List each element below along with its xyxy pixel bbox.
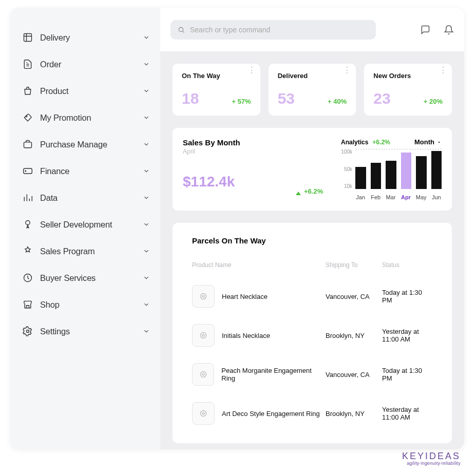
chat-icon[interactable]	[420, 25, 430, 35]
status-text: Today at 1:30 PM	[382, 367, 432, 382]
svg-point-13	[202, 334, 204, 336]
sidebar-item-seller[interactable]: Seller Development	[23, 211, 150, 238]
stat-card: ⋮ New Orders 23 + 20%	[364, 64, 452, 116]
more-icon[interactable]: ⋮	[439, 69, 447, 72]
svg-point-16	[201, 411, 206, 417]
bell-icon[interactable]	[444, 25, 454, 35]
x-tick: Jun	[431, 194, 442, 200]
product-name: Heart Necklace	[222, 293, 268, 300]
analytics-delta: +6.2%	[372, 139, 390, 146]
svg-point-7	[27, 330, 29, 333]
bar-Mar[interactable]	[386, 161, 396, 189]
brand-logo: KEYIDEAS agility·ingenuity·reliability	[402, 451, 461, 466]
shipping-to: Brooklyn, NY	[326, 410, 382, 418]
svg-point-17	[202, 412, 204, 414]
status-text: Yesterday at 11:00 AM	[382, 406, 432, 421]
table-row[interactable]: Art Deco Style Engagement Ring Brooklyn,…	[183, 394, 442, 433]
range-selector[interactable]: Month	[414, 138, 442, 146]
chevron-down-icon	[143, 194, 150, 201]
svg-point-14	[200, 372, 206, 377]
bar-Apr[interactable]	[401, 153, 412, 189]
buyer-icon	[23, 273, 33, 283]
sidebar-item-product[interactable]: Product	[23, 78, 150, 104]
more-icon[interactable]: ⋮	[247, 69, 255, 72]
sidebar-item-label: My Promotion	[40, 113, 143, 123]
chevron-down-icon	[143, 61, 150, 68]
sidebar-item-order[interactable]: Order	[23, 51, 150, 78]
status-text: Today at 1:30 PM	[382, 289, 432, 304]
sales-month: April	[183, 148, 285, 155]
sidebar-item-label: Data	[40, 193, 143, 203]
sales-delta: +6.2%	[296, 138, 331, 200]
stat-card: ⋮ Delivered 53 + 40%	[269, 64, 356, 116]
sales-chart: 100k50k10k JanFebMarAprMayJun	[341, 149, 442, 200]
sidebar-item-promotion[interactable]: My Promotion	[23, 104, 150, 131]
svg-line-9	[183, 31, 184, 32]
parcels-title: Parcels On The Way	[183, 233, 442, 253]
table-row[interactable]: Heart Necklace Vancouver, CA Today at 1:…	[183, 277, 442, 316]
shop-icon	[23, 299, 33, 310]
bar-Jun[interactable]	[431, 151, 442, 189]
search-icon	[178, 26, 185, 33]
sidebar-item-buyer[interactable]: Buyer Services	[23, 264, 150, 291]
search-input[interactable]: Search or type command	[170, 20, 376, 40]
product-thumb	[192, 363, 214, 386]
table-row[interactable]: Initials Necklace Brooklyn, NY Yesterday…	[183, 316, 442, 355]
svg-point-15	[202, 373, 204, 375]
status-text: Yesterday at 11:00 AM	[382, 328, 432, 343]
bar-Jan[interactable]	[355, 167, 366, 189]
chevron-down-icon	[143, 221, 150, 228]
th-product: Product Name	[192, 261, 326, 269]
sidebar-item-data[interactable]: Data	[23, 184, 150, 211]
sales-panel: Sales By Month April $112.4k +6.2% Analy…	[173, 128, 452, 211]
main: Search or type command ⋮ On The Way 18 +…	[160, 8, 464, 449]
sidebar-item-label: Order	[40, 60, 143, 69]
more-icon[interactable]: ⋮	[343, 69, 351, 72]
th-shipping: Shipping To	[326, 261, 382, 269]
x-tick: Mar	[386, 194, 396, 200]
sidebar-item-purchase[interactable]: Purchase Manage	[23, 131, 150, 158]
product-name: Art Deco Style Engagement Ring	[222, 410, 320, 418]
product-thumb	[192, 324, 215, 347]
y-tick: 10k	[339, 183, 352, 189]
bar-Feb[interactable]	[371, 163, 382, 189]
app-window: Delivery Order Product My Promotion Purc…	[10, 8, 464, 449]
sidebar-item-sales[interactable]: Sales Program	[23, 238, 150, 264]
svg-point-4	[25, 171, 26, 172]
stat-title: New Orders	[373, 72, 443, 80]
svg-point-8	[179, 27, 183, 31]
shipping-to: Brooklyn, NY	[326, 332, 382, 339]
sidebar: Delivery Order Product My Promotion Purc…	[10, 8, 160, 449]
data-icon	[23, 193, 33, 203]
y-tick: 50k	[339, 166, 352, 172]
y-tick: 100k	[339, 149, 352, 155]
shipping-to: Vancouver, CA	[326, 293, 382, 300]
product-thumb	[192, 402, 215, 425]
svg-rect-0	[24, 34, 32, 42]
stat-value: 53	[278, 90, 295, 107]
bar-May[interactable]	[416, 156, 427, 189]
delivery-icon	[23, 32, 33, 43]
product-thumb	[192, 285, 215, 308]
sidebar-item-delivery[interactable]: Delivery	[23, 24, 150, 51]
stat-value: 23	[373, 90, 390, 107]
sidebar-item-settings[interactable]: Settings	[23, 318, 150, 345]
parcels-panel: Parcels On The Way Product Name Shipping…	[173, 223, 452, 443]
chevron-down-icon	[143, 301, 150, 308]
sidebar-item-shop[interactable]: Shop	[23, 291, 150, 318]
chevron-down-icon	[143, 114, 150, 121]
sidebar-item-finance[interactable]: Finance	[23, 158, 150, 184]
stat-value: 18	[182, 90, 199, 107]
sidebar-item-label: Buyer Services	[40, 273, 143, 283]
sidebar-item-label: Shop	[40, 300, 143, 310]
stat-title: On The Way	[182, 72, 251, 80]
stat-delta: + 40%	[328, 98, 347, 105]
stat-delta: + 20%	[424, 98, 443, 105]
topbar: Search or type command	[160, 8, 464, 51]
svg-point-1	[26, 116, 27, 117]
product-name: Initials Necklace	[222, 332, 270, 339]
table-row[interactable]: Peach Morganite Engagement Ring Vancouve…	[183, 355, 442, 394]
chevron-down-icon	[143, 248, 150, 255]
sales-title: Sales By Month	[183, 138, 285, 147]
svg-point-10	[201, 294, 206, 299]
